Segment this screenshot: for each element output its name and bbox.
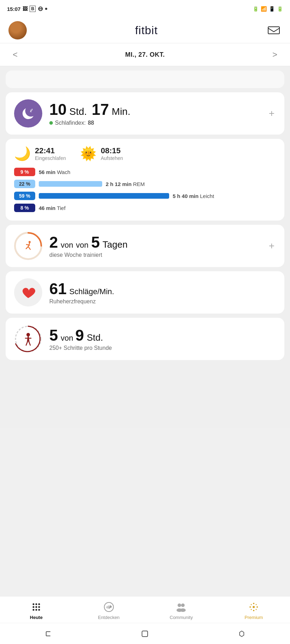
training-von: von xyxy=(76,241,88,249)
steps-info: 5 von 9 Std. 250+ Schritte pro Stunde xyxy=(49,327,276,351)
sleep-add-button[interactable]: + xyxy=(267,106,276,120)
bottom-navigation: Heute Entdecken Community xyxy=(0,596,290,623)
prev-day-button[interactable]: < xyxy=(8,48,22,61)
sleep-minutes: 17 xyxy=(92,101,109,118)
svg-point-39 xyxy=(251,609,252,610)
svg-point-40 xyxy=(253,606,255,608)
svg-line-15 xyxy=(29,342,30,345)
training-add-button[interactable]: + xyxy=(267,239,276,253)
svg-point-38 xyxy=(251,604,252,605)
nav-premium[interactable]: Premium xyxy=(217,601,290,620)
svg-line-12 xyxy=(28,336,29,342)
android-recents-button[interactable] xyxy=(231,627,252,641)
community-icon xyxy=(175,601,187,613)
sleep-bar-rem: 22 % 2 h 12 min REM xyxy=(14,180,276,188)
android-home-button[interactable] xyxy=(134,627,155,641)
svg-rect-44 xyxy=(142,631,148,637)
svg-point-35 xyxy=(249,606,251,608)
status-minus-icon: ⊖ xyxy=(38,5,43,13)
svg-text:z: z xyxy=(31,108,33,111)
avatar[interactable] xyxy=(8,21,27,39)
heart-icon xyxy=(14,278,42,306)
android-system-bar xyxy=(0,623,290,644)
steps-unit: Std. xyxy=(87,332,103,343)
training-prep: von xyxy=(61,241,73,249)
leicht-bar xyxy=(39,193,169,199)
status-time: 15:07 🖼 B ⊖ xyxy=(7,5,47,13)
nav-premium-label: Premium xyxy=(245,615,263,620)
heart-rate-unit: Schläge/Min. xyxy=(69,287,114,296)
svg-point-22 xyxy=(32,609,34,611)
sleep-bar-tief: 8 % 46 min Tief xyxy=(14,204,276,212)
training-icon xyxy=(14,232,42,260)
svg-point-33 xyxy=(257,606,258,608)
nav-community[interactable]: Community xyxy=(145,601,218,620)
moon-icon: 🌙 xyxy=(14,146,31,161)
heart-rate-card[interactable]: 61 Schläge/Min. Ruheherzfrequenz xyxy=(6,271,284,314)
status-photo-icon: 🖼 xyxy=(23,6,27,12)
android-back-button[interactable] xyxy=(38,627,59,641)
svg-point-31 xyxy=(180,608,186,612)
sleep-info: 10 Std. 17 Min. Schlafindex: 88 xyxy=(49,101,267,126)
main-content: z z 10 Std. 17 Min. Schlafindex: 88 + xyxy=(0,70,290,428)
steps-per-hour-card[interactable]: 5 von 9 Std. 250+ Schritte pro Stunde xyxy=(6,318,284,360)
signal-icon: 📱 xyxy=(269,6,275,12)
status-b-icon: B xyxy=(30,6,36,12)
next-day-button[interactable]: > xyxy=(268,48,282,61)
svg-point-20 xyxy=(35,606,37,608)
inbox-button[interactable] xyxy=(266,23,282,38)
sleep-bars: 9 % 56 min Wach 22 % 2 h 12 min REM 59 %… xyxy=(14,168,276,212)
battery-icon: 🔋 xyxy=(277,6,283,12)
sleep-index-value: 88 xyxy=(88,120,94,126)
waketime-value: 08:15 xyxy=(101,146,123,155)
steps-total: 9 xyxy=(75,327,84,344)
battery-save-icon: 🔋 xyxy=(253,6,259,12)
rem-bar xyxy=(39,181,102,187)
svg-point-34 xyxy=(253,610,254,611)
svg-point-36 xyxy=(256,604,257,605)
heart-rate-value: 61 xyxy=(49,280,67,297)
training-card[interactable]: 2 von von 5 Tagen diese Woche trainiert … xyxy=(6,225,284,267)
tief-badge: 8 % xyxy=(14,204,35,212)
bedtime-label: Eingeschlafen xyxy=(35,155,66,161)
nav-heute-label: Heute xyxy=(30,615,43,620)
sleep-bar-wach: 9 % 56 min Wach xyxy=(14,168,276,176)
sleep-main-card[interactable]: z z 10 Std. 17 Min. Schlafindex: 88 + xyxy=(6,92,284,135)
sleep-times: 🌙 22:41 Eingeschlafen 🌞 08:15 Aufstehen xyxy=(14,146,276,161)
partial-card[interactable] xyxy=(6,70,284,88)
bedtime-value: 22:41 xyxy=(35,146,66,155)
status-bar: 15:07 🖼 B ⊖ 🔋 📶 📱 🔋 xyxy=(0,0,290,18)
entdecken-icon xyxy=(103,601,115,613)
training-unit: Tagen xyxy=(103,239,128,250)
date-navigation: < MI., 27. OKT. > xyxy=(0,43,290,66)
sleep-index-label: Schlafindex: xyxy=(55,120,86,126)
status-right-icons: 🔋 📶 📱 🔋 xyxy=(253,6,283,12)
sun-icon: 🌞 xyxy=(80,146,97,161)
nav-entdecken[interactable]: Entdecken xyxy=(73,601,145,620)
sleep-bar-leicht: 59 % 5 h 40 min Leicht xyxy=(14,192,276,200)
nav-community-label: Community xyxy=(170,615,193,620)
svg-point-24 xyxy=(38,609,40,611)
bedtime-item: 🌙 22:41 Eingeschlafen xyxy=(14,146,66,161)
nav-heute[interactable]: Heute xyxy=(0,601,73,620)
svg-point-28 xyxy=(178,603,181,607)
app-header: fitbit xyxy=(0,18,290,43)
svg-line-14 xyxy=(26,342,27,345)
current-date: MI., 27. OKT. xyxy=(125,51,165,58)
sleep-hours: 10 xyxy=(49,101,67,118)
sleep-minutes-unit: Min. xyxy=(112,106,130,117)
steps-icon xyxy=(14,325,42,353)
svg-point-19 xyxy=(32,606,34,608)
wach-badge: 9 % xyxy=(14,168,35,176)
heart-rate-label: Ruheherzfrequenz xyxy=(49,298,276,305)
status-dot xyxy=(45,8,47,10)
sleep-hours-unit: Std. xyxy=(69,106,87,117)
training-total: 5 xyxy=(91,234,100,251)
svg-point-16 xyxy=(32,603,34,605)
sleep-detail-card[interactable]: 🌙 22:41 Eingeschlafen 🌞 08:15 Aufstehen … xyxy=(6,139,284,221)
svg-point-37 xyxy=(256,609,257,610)
svg-point-17 xyxy=(35,603,37,605)
waketime-label: Aufstehen xyxy=(101,155,123,161)
sleep-icon: z z xyxy=(14,99,42,128)
heart-info: 61 Schläge/Min. Ruheherzfrequenz xyxy=(49,280,276,305)
